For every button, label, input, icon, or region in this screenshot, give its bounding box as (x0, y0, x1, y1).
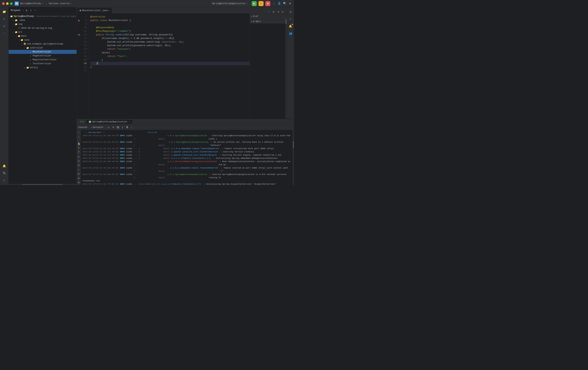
lbi-box-icon[interactable]: ⊡ (77, 163, 81, 167)
debug-button[interactable]: 🐛 (259, 1, 263, 6)
activity-notifications-icon[interactable]: 🔔 (1, 163, 8, 169)
tree-item-package[interactable]: ▾ 📦 com.example.springbootstudy (9, 42, 76, 46)
activity-structure-icon[interactable]: ⊞ (1, 23, 8, 29)
minimize-button[interactable] (6, 2, 9, 5)
actuator-tab[interactable]: ⊙ Actuator (91, 126, 104, 129)
lbi-text-icon[interactable]: T (77, 151, 81, 154)
tree-item-main-controller[interactable]: ▶ ☕ MainController (9, 50, 76, 54)
activity-vcs-icon[interactable]: ⊕ (1, 16, 8, 22)
editor-toolbar-checkmark[interactable]: ✓ (267, 10, 271, 13)
right-structure-icon[interactable]: ⊡ (287, 9, 294, 15)
activity-project-icon[interactable]: 📁 (1, 9, 8, 15)
right-people-icon[interactable]: 👥 (287, 30, 294, 37)
activity-plugins-icon[interactable]: 🔌 (1, 170, 8, 176)
lbi-delete-icon[interactable]: 🗑 (77, 159, 81, 163)
lbi-run-icon[interactable]: ▶ (77, 155, 81, 158)
tree-item-log[interactable]: ▾ 📁 log (9, 22, 76, 26)
right-icon-bar: ⊡ m 🔔 ! 👥 (287, 7, 294, 119)
gutter-bookmark-8[interactable]: 🔖 (77, 19, 81, 22)
prof-label: Prof (253, 15, 258, 18)
tree-item-register-controller[interactable]: ▶ ☕ RegisterController (9, 58, 76, 62)
more-actions-button[interactable]: ⋮ (272, 2, 276, 5)
lbi-settings-icon[interactable]: ⚙ (77, 181, 81, 184)
folder-icon-idea: 📁 (15, 19, 18, 22)
editor-container: MainController.java ✕ ✓ ↻ ◁ ▷ (77, 7, 294, 185)
console-scroll-icon[interactable]: ⤓ (121, 125, 125, 129)
log-line-2: 2024-06-12T19:31:46.412-05:00 INFO 11201… (83, 147, 291, 150)
editor-toolbar-back[interactable]: ◁ (276, 10, 280, 13)
console-tab[interactable]: Console (78, 126, 87, 129)
tree-item-main[interactable]: ▾ 📁 main (9, 34, 76, 38)
lbi-lines-icon[interactable]: ≡ (77, 146, 81, 150)
tree-label-log: log (18, 23, 22, 25)
tree-label-test-controller: TestController (33, 63, 52, 65)
tab-main-controller[interactable]: MainController.java ✕ (77, 8, 112, 13)
console-stop-icon[interactable]: ■ (111, 125, 115, 129)
tree-arrow-idea: ▶ (12, 19, 15, 22)
right-notification-icon[interactable]: 🔔 ! (287, 23, 294, 29)
project-selector[interactable]: SpringBootStudy ▾ (20, 2, 43, 5)
springboot-tab-close[interactable]: ✕ (129, 120, 130, 123)
lbi-up[interactable]: ↑ (77, 131, 81, 134)
user-icon[interactable]: 👤 (277, 2, 281, 5)
run-button[interactable]: ▶ (252, 1, 257, 6)
tree-item-page-controller[interactable]: ▶ ☕ PageController (9, 54, 76, 58)
tree-label-main: main (21, 35, 27, 37)
search-everywhere-icon[interactable]: 🔍 (283, 2, 286, 5)
code-line-10: @ResponseBody (90, 26, 250, 29)
package-icon: 📦 (23, 43, 26, 45)
run-config-arrow: ▾ (247, 2, 248, 5)
console-camera-icon[interactable]: 📷 (116, 125, 120, 129)
tree-item-controller[interactable]: ▾ 📁 controller (9, 46, 76, 50)
code-line-14: System.out.println(username.substring( b… (90, 40, 250, 44)
console-clear-icon[interactable]: 🗑 (125, 125, 129, 129)
sidebar-scrollbar[interactable] (9, 184, 76, 185)
lbi-terminal-icon[interactable]: ⊟ (77, 172, 81, 176)
tree-item-src[interactable]: ▾ 📁 src (9, 30, 76, 34)
title-bar-right: SpringBootStudyApplication ▾ ▶ 🐛 ■ ⋮ 👤 🔍… (210, 1, 292, 6)
sidebar-minimize-icon[interactable]: − (33, 9, 37, 12)
console-more-icon[interactable]: ⋮ (130, 125, 134, 129)
editor-toolbar-forward[interactable]: ▷ (281, 10, 285, 13)
activity-bottom-icon[interactable]: ⊡ (1, 177, 8, 184)
console-content: :: Spring Boot :: (v3.3.0) 2024-06-12T19… (81, 130, 293, 185)
settings-icon[interactable]: ⚙ (288, 2, 292, 5)
tree-label-logfile: 2024-06-12-spring-0.log (21, 27, 52, 29)
springboot-tab[interactable]: ▶ SpringBootStudyApplication ✕ (87, 120, 133, 124)
tree-label-register-controller: RegisterController (33, 58, 57, 61)
sidebar-gear-icon[interactable]: ⚙ (25, 9, 28, 12)
title-bar: SB SpringBootStudy ▾ | Version control ▾… (0, 0, 294, 7)
stop-button[interactable]: ■ (265, 1, 270, 6)
tab-close-button[interactable]: ✕ (109, 10, 110, 12)
tree-arrow-controller: ▾ (24, 47, 26, 49)
lbi-spring-icon[interactable]: 🍃 (77, 142, 81, 145)
lbi-play-icon[interactable]: ▷ (77, 168, 81, 171)
console-restart-icon[interactable]: ↻ (107, 125, 111, 129)
sidebar-more-icon[interactable]: ⋮ (29, 9, 33, 12)
activity-more-icon[interactable]: ⋯ (1, 30, 8, 37)
tree-item-idea[interactable]: ▶ 📁 .idea (9, 18, 76, 22)
lbi-error-icon[interactable]: ⊕ (77, 176, 81, 180)
console-toolbar: Console · ⊙ Actuator ↻ ■ 📷 ⤓ 🗑 ⋮ (77, 125, 294, 130)
tree-item-springbootstudy[interactable]: ▾ 📁 SpringBootStudy ~/Desktop/CS/JavaEE/… (9, 14, 76, 18)
tree-item-test-controller[interactable]: ▶ ✓ TestController (9, 62, 76, 66)
run-tab[interactable]: Run (78, 120, 87, 124)
tree-item-java[interactable]: ▾ 📁 java (9, 38, 76, 42)
tree-label-springbootstudy: SpringBootStudy (14, 15, 34, 18)
tree-item-logfile[interactable]: ▶ ≡ 2024-06-12-spring-0.log (9, 26, 76, 30)
sidebar-header: Project ▾ ⚙ ⋮ − (9, 7, 76, 14)
close-button[interactable] (2, 2, 5, 5)
editor-scrollbar[interactable] (285, 14, 287, 119)
lbi-down[interactable]: ↓ (77, 135, 81, 139)
tree-item-entity[interactable]: ▶ 📁 entity (9, 66, 76, 70)
editor-toolbar-refresh[interactable]: ↻ (272, 10, 275, 13)
right-maven-icon[interactable]: m (287, 16, 294, 22)
sidebar-title: Project ▾ (11, 9, 24, 12)
gutter-annotate-12[interactable]: ⊕@ (77, 33, 81, 37)
log-line-6: 2024-06-12T19:31:46.435-05:00 INFO 11201… (83, 160, 291, 166)
run-config-selector[interactable]: SpringBootStudyApplication ▾ (210, 1, 250, 6)
version-control-selector[interactable]: Version control ▾ (49, 2, 72, 5)
maximize-button[interactable] (10, 2, 12, 5)
console-scrollbar[interactable] (293, 130, 294, 185)
code-editor[interactable]: @Controller public class MainController … (88, 14, 250, 119)
